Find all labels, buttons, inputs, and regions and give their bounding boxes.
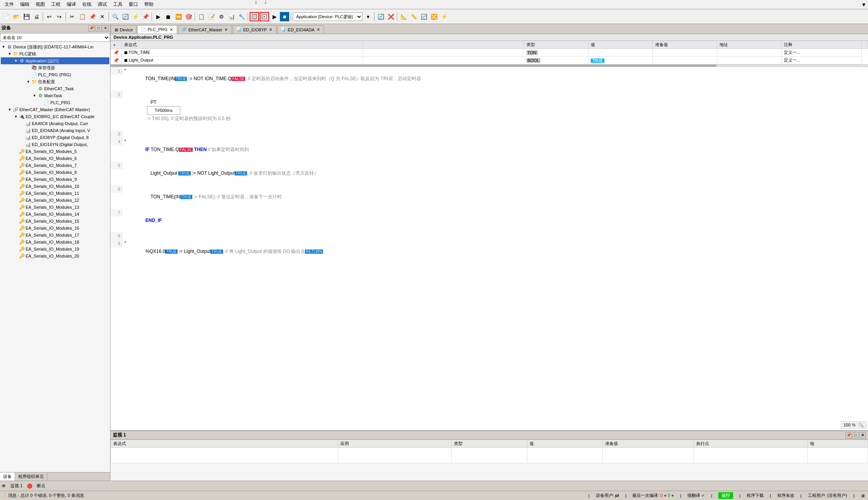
tree-item-serials-7[interactable]: 🔑EA_Serials_IO_Modules_7 — [1, 162, 109, 169]
project-select[interactable]: 未命名 10 — [0, 33, 110, 42]
tree-item-serials-12[interactable]: 🔑EA_Serials_IO_Modules_12 — [1, 197, 109, 204]
sidebar-tab-device[interactable]: 设备 — [0, 473, 15, 481]
tree-toggle-plcprg2[interactable] — [38, 100, 43, 105]
menu-edit[interactable]: 编辑 — [17, 0, 33, 9]
copy-btn[interactable]: 📋 — [78, 12, 87, 21]
tree-item-application[interactable]: ▼ ⚙ Application [运行] — [1, 57, 109, 64]
save-btn[interactable]: 💾 — [22, 12, 31, 21]
tree-toggle-eio8yp[interactable] — [19, 135, 25, 140]
btn13[interactable]: ⚙ — [217, 12, 226, 21]
bottom-tab-watch[interactable]: 监视 1 — [8, 482, 25, 490]
tree-item-serials-13[interactable]: 🔑EA_Serials_IO_Modules_13 — [1, 204, 109, 211]
watch-float-btn[interactable]: □ — [852, 432, 859, 438]
tree-toggle-eio4ada[interactable] — [19, 128, 25, 133]
tree-item-lib[interactable]: 📚 库管理器 — [1, 64, 109, 71]
tree-item-serials-16[interactable]: 🔑EA_Serials_IO_Modules_16 — [1, 225, 109, 232]
tree-item-serials-19[interactable]: 🔑EA_Serials_IO_Modules_19 — [1, 246, 109, 253]
watch-row-empty[interactable] — [111, 448, 868, 463]
tb-btn-c[interactable]: 📐 — [399, 12, 408, 21]
online-btn[interactable] — [260, 12, 269, 21]
new-btn[interactable]: 📄 — [2, 12, 11, 21]
tree-toggle-tasks[interactable]: ▼ — [26, 79, 31, 84]
tree-toggle-ecatmaster[interactable]: ▼ — [7, 107, 12, 112]
tab-eio4ada-close[interactable]: ✕ — [316, 27, 321, 32]
btn7[interactable]: ▶ — [154, 12, 163, 21]
menu-debug[interactable]: 调试 — [95, 0, 110, 9]
tree-item-eio16yn[interactable]: 📊 ED_EIO16YN (Digital Output, — [1, 141, 109, 148]
tab-eio8yp[interactable]: 📊 ED_EIO8YP ✕ — [233, 25, 276, 34]
tree-item-ea40c8[interactable]: 📊 EA40C8 (Analog Output, Curr — [1, 120, 109, 127]
watch-pin-btn[interactable]: 📌 — [846, 432, 852, 438]
tree-item-ecatmaster[interactable]: ▼ 🔗 EtherCAT_Master (EtherCAT Master) — [1, 106, 109, 113]
tree-item-plc-logic[interactable]: ▼ 📁 PLC逻辑 — [1, 50, 109, 57]
device-dropdown[interactable]: Application [Device: PLC逻辑] — [293, 12, 362, 21]
tree-item-serials-6[interactable]: 🔑EA_Serials_IO_Modules_6 — [1, 155, 109, 162]
print-btn[interactable]: 🖨 — [32, 12, 41, 21]
code-section[interactable]: 1 ● TON_TIME(INTRUE := NOT ION_TIME.QFAL… — [110, 65, 868, 430]
btn10[interactable]: 🎯 — [184, 12, 193, 21]
tab-ecatmaster[interactable]: 🔗 EtherCAT_Master ✕ — [178, 25, 232, 34]
tree-toggle-lib[interactable] — [26, 65, 31, 70]
tab-plcprg[interactable]: 📄 PLC_PRG ✕ — [137, 25, 177, 34]
tab-eio4ada[interactable]: 📊 ED_EIO4ADA ✕ — [277, 25, 324, 34]
dropdown-arrow[interactable]: ▾ — [363, 12, 373, 21]
tree-toggle-eio16yn[interactable] — [19, 142, 25, 147]
tree-item-serials-9[interactable]: 🔑EA_Serials_IO_Modules_9 — [1, 176, 109, 183]
run-arrow-btn[interactable]: ▶ — [270, 12, 279, 21]
find-btn[interactable]: 🔍 — [110, 12, 120, 21]
tab-plcprg-close[interactable]: ✕ — [169, 27, 174, 32]
menu-view[interactable]: 视图 — [33, 0, 48, 9]
collapse-btn[interactable]: ▼ — [861, 2, 866, 8]
undo-btn[interactable]: ↩ — [45, 12, 54, 21]
tree-item-maintask[interactable]: ▼ ⚙ MainTask — [1, 92, 109, 99]
tree-toggle-plc[interactable]: ▼ — [7, 51, 12, 57]
tree-item-serials-17[interactable]: 🔑EA_Serials_IO_Modules_17 — [1, 232, 109, 239]
menu-file[interactable]: 文件 — [2, 0, 17, 9]
sidebar-float-btn[interactable]: □ — [95, 25, 102, 31]
replace-btn[interactable]: 🔄 — [121, 12, 130, 21]
btn15[interactable]: 🔧 — [237, 12, 246, 21]
zoom-icon[interactable]: 🔍 — [858, 423, 864, 427]
btn6[interactable]: 📌 — [141, 12, 150, 21]
btn12[interactable]: 📝 — [207, 12, 216, 21]
tree-toggle-eiobrg[interactable]: ▼ — [13, 114, 19, 119]
sidebar-close-btn[interactable]: ✕ — [102, 25, 109, 31]
tab-ecatmaster-close[interactable]: ✕ — [224, 27, 228, 32]
tree-item-eio4ada[interactable]: 📊 ED_EIO4ADA (Analog Input, V — [1, 127, 109, 134]
bottom-tab-breakpoint[interactable]: 断点 — [34, 482, 48, 490]
tree-item-serials-5[interactable]: 🔑EA_Serials_IO_Modules_5 — [1, 148, 109, 155]
menu-project[interactable]: 工程 — [48, 0, 64, 9]
tree-item-taskconfig[interactable]: ▼ 📁 任务配置 — [1, 78, 109, 85]
tree-toggle-ecattask[interactable] — [32, 86, 37, 91]
btn9[interactable]: ⏩ — [174, 12, 183, 21]
tb-btn-g[interactable]: ⚡ — [439, 12, 449, 21]
tb-btn-e[interactable]: 🔃 — [419, 12, 428, 21]
tree-item-serials-14[interactable]: 🔑EA_Serials_IO_Modules_14 — [1, 211, 109, 218]
tree-item-ecattask[interactable]: ⚙ EtherCAT_Task — [1, 85, 109, 92]
tb-btn-b[interactable]: ❌ — [386, 12, 395, 21]
delete-btn[interactable]: ✕ — [98, 12, 107, 21]
btn11[interactable]: 📋 — [197, 12, 206, 21]
btn8[interactable]: ◼ — [164, 12, 173, 21]
var-row-1[interactable]: 📌 ◼ Light_Output BOOL TRUE 定义一... — [111, 57, 868, 64]
tree-toggle-device[interactable]: ▼ — [1, 44, 6, 50]
open-btn[interactable]: 📂 — [12, 12, 21, 21]
tb-btn-f[interactable]: 🔀 — [429, 12, 438, 21]
btn14[interactable]: 📊 — [227, 12, 236, 21]
tree-item-serials-18[interactable]: 🔑EA_Serials_IO_Modules_18 — [1, 239, 109, 246]
stop-btn[interactable]: ■ — [280, 12, 289, 21]
btn5[interactable]: ⚡ — [131, 12, 140, 21]
tab-eio8yp-close[interactable]: ✕ — [268, 27, 273, 32]
tree-item-serials-8[interactable]: 🔑EA_Serials_IO_Modules_8 — [1, 169, 109, 176]
menu-help[interactable]: 帮助 — [141, 0, 157, 9]
tree-item-serials-15[interactable]: 🔑EA_Serials_IO_Modules_15 — [1, 218, 109, 225]
menu-tools[interactable]: 工具 — [110, 0, 126, 9]
tree-toggle-maintask[interactable]: ▼ — [32, 93, 37, 98]
watch-close-btn[interactable]: ✕ — [859, 432, 866, 438]
tree-item-serials-10[interactable]: 🔑EA_Serials_IO_Modules_10 — [1, 183, 109, 190]
login-btn[interactable] — [250, 12, 259, 21]
var-row-0[interactable]: 📌 ◼ TON_TIME TON 定义一... — [111, 49, 868, 57]
paste-btn[interactable]: 📌 — [88, 12, 97, 21]
cut-btn[interactable]: ✂ — [67, 12, 77, 21]
sidebar-tab-prg[interactable]: 程序组织单元 — [15, 473, 47, 481]
